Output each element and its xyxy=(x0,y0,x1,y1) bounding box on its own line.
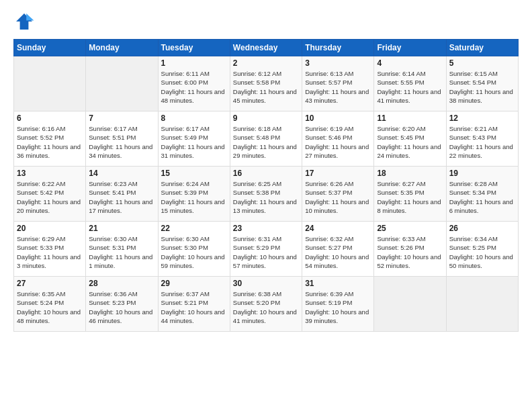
day-header-tuesday: Tuesday xyxy=(158,40,230,56)
calendar-cell: 18 Sunrise: 6:27 AM Sunset: 5:35 PM Dayl… xyxy=(374,167,446,222)
calendar-cell xyxy=(14,56,86,111)
sunset-text: Sunset: 5:52 PM xyxy=(17,133,83,142)
sunrise-text: Sunrise: 6:18 AM xyxy=(233,124,299,133)
sunset-text: Sunset: 5:42 PM xyxy=(17,188,83,197)
sunrise-text: Sunrise: 6:30 AM xyxy=(161,234,227,243)
svg-marker-1 xyxy=(26,13,34,20)
sunrise-text: Sunrise: 6:34 AM xyxy=(449,234,515,243)
day-number: 5 xyxy=(449,58,515,68)
sunrise-text: Sunrise: 6:39 AM xyxy=(305,289,371,298)
day-number: 18 xyxy=(377,169,443,178)
sunset-text: Sunset: 5:26 PM xyxy=(377,243,443,252)
sunset-text: Sunset: 5:19 PM xyxy=(305,298,371,307)
daylight-text: Daylight: 10 hours and 39 minutes. xyxy=(305,308,371,326)
daylight-text: Daylight: 11 hours and 8 minutes. xyxy=(377,197,443,216)
daylight-text: Daylight: 10 hours and 57 minutes. xyxy=(233,253,299,271)
daylight-text: Daylight: 11 hours and 1 minute. xyxy=(89,253,154,271)
sunrise-text: Sunrise: 6:24 AM xyxy=(161,179,227,188)
day-number: 31 xyxy=(305,279,371,288)
daylight-text: Daylight: 10 hours and 48 minutes. xyxy=(17,308,83,326)
daylight-text: Daylight: 11 hours and 29 minutes. xyxy=(233,142,299,161)
calendar-cell xyxy=(86,56,158,111)
daylight-text: Daylight: 10 hours and 54 minutes. xyxy=(305,253,371,271)
calendar-cell: 17 Sunrise: 6:26 AM Sunset: 5:37 PM Dayl… xyxy=(302,167,374,222)
sunset-text: Sunset: 5:20 PM xyxy=(233,298,299,307)
day-number: 15 xyxy=(161,169,227,178)
sunrise-text: Sunrise: 6:26 AM xyxy=(305,179,371,188)
sunset-text: Sunset: 5:30 PM xyxy=(161,243,227,252)
calendar-cell: 31 Sunrise: 6:39 AM Sunset: 5:19 PM Dayl… xyxy=(302,277,374,332)
calendar-cell: 22 Sunrise: 6:30 AM Sunset: 5:30 PM Dayl… xyxy=(158,222,230,277)
calendar-cell: 13 Sunrise: 6:22 AM Sunset: 5:42 PM Dayl… xyxy=(14,167,86,222)
sunset-text: Sunset: 5:45 PM xyxy=(377,133,443,142)
calendar-week-4: 20 Sunrise: 6:29 AM Sunset: 5:33 PM Dayl… xyxy=(14,222,519,277)
sunset-text: Sunset: 5:34 PM xyxy=(449,188,515,197)
calendar-cell: 16 Sunrise: 6:25 AM Sunset: 5:38 PM Dayl… xyxy=(230,167,302,222)
calendar-cell: 10 Sunrise: 6:19 AM Sunset: 5:46 PM Dayl… xyxy=(302,111,374,167)
day-number: 8 xyxy=(161,113,227,123)
day-number: 6 xyxy=(17,113,83,123)
calendar-cell: 5 Sunrise: 6:15 AM Sunset: 5:54 PM Dayli… xyxy=(446,56,518,111)
logo xyxy=(13,11,38,32)
calendar-header-row: SundayMondayTuesdayWednesdayThursdayFrid… xyxy=(14,40,519,56)
day-number: 22 xyxy=(161,224,227,233)
calendar-cell: 25 Sunrise: 6:33 AM Sunset: 5:26 PM Dayl… xyxy=(374,222,446,277)
daylight-text: Daylight: 11 hours and 41 minutes. xyxy=(377,87,443,105)
sunset-text: Sunset: 5:29 PM xyxy=(233,243,299,252)
sunrise-text: Sunrise: 6:21 AM xyxy=(449,124,515,133)
sunset-text: Sunset: 5:49 PM xyxy=(161,133,227,142)
calendar-cell: 14 Sunrise: 6:23 AM Sunset: 5:41 PM Dayl… xyxy=(86,167,158,222)
sunset-text: Sunset: 5:38 PM xyxy=(233,188,299,197)
daylight-text: Daylight: 10 hours and 50 minutes. xyxy=(449,253,515,271)
sunset-text: Sunset: 5:46 PM xyxy=(305,133,371,142)
day-header-thursday: Thursday xyxy=(302,40,374,56)
day-number: 29 xyxy=(161,279,227,288)
calendar-cell: 12 Sunrise: 6:21 AM Sunset: 5:43 PM Dayl… xyxy=(446,111,518,167)
sunrise-text: Sunrise: 6:11 AM xyxy=(161,69,227,78)
daylight-text: Daylight: 10 hours and 52 minutes. xyxy=(377,253,443,271)
sunrise-text: Sunrise: 6:28 AM xyxy=(449,179,515,188)
daylight-text: Daylight: 11 hours and 20 minutes. xyxy=(17,197,83,216)
daylight-text: Daylight: 11 hours and 22 minutes. xyxy=(449,142,515,161)
sunset-text: Sunset: 5:41 PM xyxy=(89,188,154,197)
sunset-text: Sunset: 5:43 PM xyxy=(449,133,515,142)
day-number: 9 xyxy=(233,113,299,123)
sunrise-text: Sunrise: 6:35 AM xyxy=(17,289,83,298)
calendar-cell: 7 Sunrise: 6:17 AM Sunset: 5:51 PM Dayli… xyxy=(86,111,158,167)
calendar-cell: 2 Sunrise: 6:12 AM Sunset: 5:58 PM Dayli… xyxy=(230,56,302,111)
day-number: 27 xyxy=(17,279,83,288)
calendar-cell: 3 Sunrise: 6:13 AM Sunset: 5:57 PM Dayli… xyxy=(302,56,374,111)
calendar-cell: 6 Sunrise: 6:16 AM Sunset: 5:52 PM Dayli… xyxy=(14,111,86,167)
daylight-text: Daylight: 10 hours and 46 minutes. xyxy=(89,308,154,326)
sunset-text: Sunset: 5:24 PM xyxy=(17,298,83,307)
calendar-week-2: 6 Sunrise: 6:16 AM Sunset: 5:52 PM Dayli… xyxy=(14,111,519,167)
daylight-text: Daylight: 11 hours and 36 minutes. xyxy=(17,142,83,161)
sunrise-text: Sunrise: 6:32 AM xyxy=(305,234,371,243)
day-number: 30 xyxy=(233,279,299,288)
daylight-text: Daylight: 11 hours and 43 minutes. xyxy=(305,87,371,105)
sunrise-text: Sunrise: 6:22 AM xyxy=(17,179,83,188)
daylight-text: Daylight: 11 hours and 17 minutes. xyxy=(89,197,154,216)
daylight-text: Daylight: 11 hours and 27 minutes. xyxy=(305,142,371,161)
sunset-text: Sunset: 5:39 PM xyxy=(161,188,227,197)
calendar-week-5: 27 Sunrise: 6:35 AM Sunset: 5:24 PM Dayl… xyxy=(14,277,519,332)
daylight-text: Daylight: 11 hours and 6 minutes. xyxy=(449,197,515,216)
day-number: 7 xyxy=(89,113,154,123)
day-header-wednesday: Wednesday xyxy=(230,40,302,56)
sunset-text: Sunset: 5:58 PM xyxy=(233,78,299,87)
calendar-cell: 30 Sunrise: 6:38 AM Sunset: 5:20 PM Dayl… xyxy=(230,277,302,332)
sunset-text: Sunset: 5:57 PM xyxy=(305,78,371,87)
calendar-cell: 29 Sunrise: 6:37 AM Sunset: 5:21 PM Dayl… xyxy=(158,277,230,332)
calendar-cell: 4 Sunrise: 6:14 AM Sunset: 5:55 PM Dayli… xyxy=(374,56,446,111)
day-number: 3 xyxy=(305,58,371,68)
sunrise-text: Sunrise: 6:30 AM xyxy=(89,234,154,243)
sunset-text: Sunset: 5:55 PM xyxy=(377,78,443,87)
day-number: 23 xyxy=(233,224,299,233)
day-number: 14 xyxy=(89,169,154,178)
sunrise-text: Sunrise: 6:14 AM xyxy=(377,69,443,78)
calendar-cell: 23 Sunrise: 6:31 AM Sunset: 5:29 PM Dayl… xyxy=(230,222,302,277)
logo-icon xyxy=(13,11,35,32)
calendar-cell xyxy=(374,277,446,332)
day-number: 13 xyxy=(17,169,83,178)
day-number: 11 xyxy=(377,113,443,123)
